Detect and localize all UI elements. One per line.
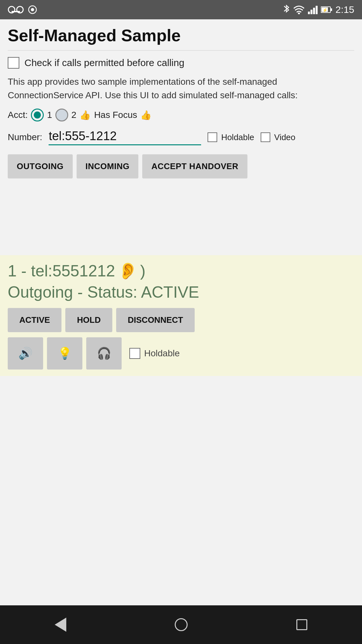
app-title: Self-Managed Sample — [8, 26, 354, 45]
calls-permitted-label: Check if calls permitted before calling — [24, 57, 184, 68]
hold-button[interactable]: HOLD — [65, 308, 112, 332]
acct1-radio[interactable] — [31, 109, 44, 121]
number-row: Number: Holdable Video — [8, 129, 354, 145]
headphones-icon: 🎧 — [97, 347, 111, 360]
divider — [8, 50, 354, 51]
holdable-row: Holdable — [208, 132, 254, 142]
recent-button[interactable] — [289, 612, 315, 638]
call-action-row: ACTIVE HOLD DISCONNECT — [8, 308, 354, 332]
status-bar-right: ⚡ 2:15 — [283, 4, 354, 15]
status-bar: ⚡ 2:15 — [0, 0, 362, 19]
number-label: Number: — [8, 132, 42, 142]
acct-label: Acct: — [8, 110, 28, 120]
home-button[interactable] — [168, 612, 194, 638]
holdable-checkbox[interactable] — [208, 132, 217, 142]
svg-rect-6 — [308, 12, 310, 14]
speaker-button[interactable]: 🔊 — [8, 337, 43, 370]
video-checkbox[interactable] — [261, 132, 270, 142]
empty-area — [0, 376, 362, 605]
card-holdable-label: Holdable — [144, 348, 180, 359]
has-focus-label: Has Focus — [94, 110, 137, 120]
video-label: Video — [274, 132, 295, 142]
video-row: Video — [261, 132, 295, 142]
svg-text:⚡: ⚡ — [322, 7, 328, 13]
card-holdable-row: Holdable — [129, 348, 180, 359]
accept-handover-button[interactable]: ACCEPT HANDOVER — [142, 154, 247, 178]
thumbs-up-emoji: 👍 — [79, 110, 91, 120]
svg-rect-8 — [313, 8, 315, 14]
recent-icon — [296, 619, 307, 630]
wifi-icon — [293, 5, 305, 14]
battery-icon: ⚡ — [321, 6, 332, 13]
call-number-text: 1 - tel:5551212 — [8, 262, 115, 280]
call-number-row: 1 - tel:5551212 👂 ) — [8, 262, 354, 280]
home-icon — [175, 618, 188, 631]
nav-bar — [0, 605, 362, 644]
svg-point-5 — [298, 13, 300, 14]
acct-row: Acct: 1 2 👍 Has Focus 👍 — [8, 109, 354, 121]
action-buttons: OUTGOING INCOMING ACCEPT HANDOVER — [8, 154, 354, 178]
svg-point-4 — [31, 8, 34, 11]
bluetooth-icon — [283, 4, 290, 15]
incoming-button[interactable]: INCOMING — [77, 154, 139, 178]
call-card: 1 - tel:5551212 👂 ) Outgoing - Status: A… — [0, 255, 362, 376]
svg-rect-9 — [316, 6, 318, 14]
description-text: This app provides two sample implementat… — [8, 75, 354, 102]
headphones-button[interactable]: 🎧 — [86, 337, 122, 370]
back-icon — [55, 618, 66, 632]
bulb-icon: 💡 — [58, 347, 72, 360]
signal-icon — [308, 5, 318, 14]
svg-rect-2 — [12, 11, 20, 12]
back-button[interactable] — [48, 612, 73, 638]
holdable-label: Holdable — [221, 132, 254, 142]
main-content: Self-Managed Sample Check if calls permi… — [0, 19, 362, 255]
bulb-button[interactable]: 💡 — [47, 337, 82, 370]
svg-rect-7 — [311, 10, 312, 14]
call-status: Outgoing - Status: ACTIVE — [8, 283, 354, 302]
sync-icon — [28, 5, 37, 14]
ear-emoji: 👂 — [118, 262, 138, 280]
svg-rect-11 — [330, 8, 332, 11]
paren-close: ) — [140, 262, 146, 280]
acct1-number: 1 — [47, 110, 52, 120]
outgoing-button[interactable]: OUTGOING — [8, 154, 73, 178]
has-focus-emoji: 👍 — [140, 110, 152, 120]
disconnect-button[interactable]: DISCONNECT — [116, 308, 195, 332]
calls-permitted-row: Check if calls permitted before calling — [8, 57, 354, 69]
acct2-radio[interactable] — [55, 109, 68, 121]
call-icon-row: 🔊 💡 🎧 Holdable — [8, 337, 354, 370]
status-time: 2:15 — [336, 4, 354, 15]
acct2-number: 2 — [71, 110, 77, 120]
voicemail-icon — [8, 6, 24, 14]
speaker-icon: 🔊 — [18, 347, 33, 360]
calls-permitted-checkbox[interactable] — [8, 57, 19, 69]
active-button[interactable]: ACTIVE — [8, 308, 61, 332]
number-input[interactable] — [49, 129, 201, 145]
card-holdable-checkbox[interactable] — [129, 348, 140, 359]
status-bar-left — [8, 5, 37, 14]
